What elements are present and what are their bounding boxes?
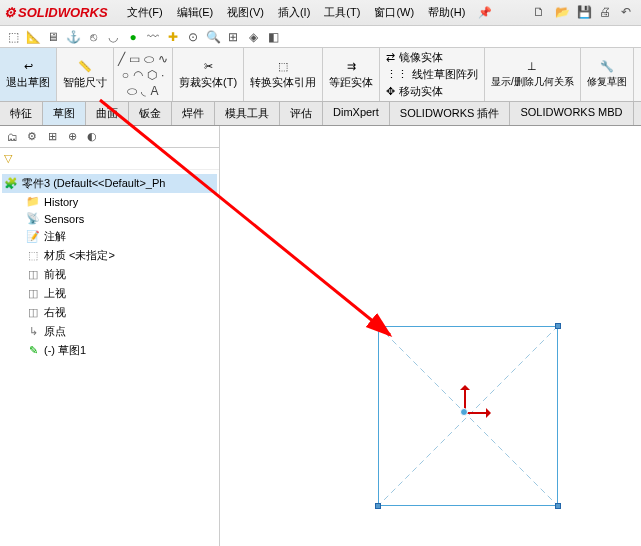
- display-delete-label: 显示/删除几何关系: [491, 75, 574, 89]
- ellipse-icon[interactable]: ⬭: [127, 84, 137, 98]
- undo-icon[interactable]: ↶: [621, 5, 637, 21]
- annotation-icon: 📝: [26, 230, 40, 243]
- tree-front[interactable]: ◫前视: [2, 265, 217, 284]
- menu-file[interactable]: 文件(F): [120, 5, 170, 20]
- repair-button[interactable]: 🔧 修复草图: [581, 48, 634, 101]
- menu-insert[interactable]: 插入(I): [271, 5, 317, 20]
- tool-icon[interactable]: 🖥: [46, 30, 60, 44]
- tool-icon[interactable]: ⚓: [66, 30, 80, 44]
- pin-icon[interactable]: 📌: [478, 6, 492, 19]
- menu-tools[interactable]: 工具(T): [317, 5, 367, 20]
- secondary-toolbar: ⬚ 📐 🖥 ⚓ ⎋ ◡ ● 〰 ✚ ⊙ 🔍 ⊞ ◈ ◧: [0, 26, 641, 48]
- sensor-icon: 📡: [26, 212, 40, 225]
- trim-button[interactable]: ✂ 剪裁实体(T): [173, 48, 244, 101]
- spline-icon[interactable]: ∿: [158, 52, 168, 66]
- corner-handle[interactable]: [375, 323, 381, 329]
- circle-icon[interactable]: ○: [122, 68, 129, 82]
- tool-icon[interactable]: ⊞: [226, 30, 240, 44]
- tree-annotations[interactable]: 📝注解: [2, 227, 217, 246]
- pattern-button[interactable]: ⋮⋮线性草图阵列: [386, 67, 478, 82]
- convert-button[interactable]: ⬚ 转换实体引用: [244, 48, 323, 101]
- tree-history[interactable]: 📁History: [2, 193, 217, 210]
- graphics-area[interactable]: [220, 126, 641, 546]
- menu-edit[interactable]: 编辑(E): [170, 5, 221, 20]
- tab-evaluate[interactable]: 评估: [280, 102, 323, 125]
- open-icon[interactable]: 📂: [555, 5, 571, 21]
- plane-icon: ◫: [26, 306, 40, 319]
- tree-root[interactable]: 🧩零件3 (Default<<Default>_Ph: [2, 174, 217, 193]
- display-delete-button[interactable]: ⊥ 显示/删除几何关系: [485, 48, 581, 101]
- tool-icon[interactable]: 📐: [26, 30, 40, 44]
- line-icon[interactable]: ╱: [118, 52, 125, 66]
- tab-surface[interactable]: 曲面: [86, 102, 129, 125]
- corner-handle[interactable]: [555, 323, 561, 329]
- tool-icon[interactable]: 〰: [146, 30, 160, 44]
- tab-mbd[interactable]: SOLIDWORKS MBD: [510, 102, 633, 125]
- fm-tab-icon[interactable]: ⊞: [44, 130, 60, 143]
- save-icon[interactable]: 💾: [577, 5, 593, 21]
- corner-handle[interactable]: [375, 503, 381, 509]
- new-icon[interactable]: 🗋: [533, 5, 549, 21]
- plane-icon: ◫: [26, 268, 40, 281]
- sketch-rectangle[interactable]: [378, 326, 558, 506]
- tree-right[interactable]: ◫右视: [2, 303, 217, 322]
- polygon-icon[interactable]: ⬡: [147, 68, 157, 82]
- tool-icon[interactable]: ✚: [166, 30, 180, 44]
- relation-icon: ⊥: [527, 60, 537, 73]
- quick-access-toolbar: 🗋 📂 💾 🖨 ↶: [533, 5, 637, 21]
- rect-icon[interactable]: ▭: [129, 52, 140, 66]
- pattern-icon: ⋮⋮: [386, 68, 408, 81]
- fm-tab-icon[interactable]: ⊕: [64, 130, 80, 143]
- mirror-icon: ⇄: [386, 51, 395, 64]
- fm-tab-icon[interactable]: 🗂: [4, 131, 20, 143]
- tree-sensors[interactable]: 📡Sensors: [2, 210, 217, 227]
- corner-handle[interactable]: [555, 503, 561, 509]
- content-area: 🗂 ⚙ ⊞ ⊕ ◐ ▽ 🧩零件3 (Default<<Default>_Ph 📁…: [0, 126, 641, 546]
- convert-icon: ⬚: [278, 60, 288, 73]
- tool-icon[interactable]: ⊙: [186, 30, 200, 44]
- menu-help[interactable]: 帮助(H): [421, 5, 472, 20]
- tab-sketch[interactable]: 草图: [43, 102, 86, 125]
- tab-feature[interactable]: 特征: [0, 102, 43, 125]
- mirror-button[interactable]: ⇄镜像实体: [386, 50, 443, 65]
- menu-view[interactable]: 视图(V): [220, 5, 271, 20]
- dimension-icon: 📏: [78, 60, 92, 73]
- tool-icon[interactable]: ⬚: [6, 30, 20, 44]
- point-icon[interactable]: ·: [161, 68, 164, 82]
- slot-icon[interactable]: ⬭: [144, 52, 154, 66]
- titlebar: SOLIDWORKS 文件(F) 编辑(E) 视图(V) 插入(I) 工具(T)…: [0, 0, 641, 26]
- text-icon[interactable]: A: [150, 84, 158, 98]
- tree-origin[interactable]: ↳原点: [2, 322, 217, 341]
- arc-icon[interactable]: ◠: [133, 68, 143, 82]
- smart-dim-label: 智能尺寸: [63, 75, 107, 90]
- smart-dimension-button[interactable]: 📏 智能尺寸: [57, 48, 114, 101]
- tool-icon[interactable]: ◈: [246, 30, 260, 44]
- tool-icon[interactable]: ⎋: [86, 30, 100, 44]
- feature-manager: 🗂 ⚙ ⊞ ⊕ ◐ ▽ 🧩零件3 (Default<<Default>_Ph 📁…: [0, 126, 220, 546]
- fm-tab-icon[interactable]: ◐: [84, 130, 100, 143]
- offset-icon: ⇉: [347, 60, 356, 73]
- modify-group: ⇄镜像实体 ⋮⋮线性草图阵列 ✥移动实体: [380, 48, 485, 101]
- offset-button[interactable]: ⇉ 等距实体: [323, 48, 380, 101]
- tree-sketch1[interactable]: ✎(-) 草图1: [2, 341, 217, 360]
- tab-plugins[interactable]: SOLIDWORKS 插件: [390, 102, 511, 125]
- fillet-icon[interactable]: ◟: [141, 84, 146, 98]
- tool-icon[interactable]: ●: [126, 30, 140, 44]
- tool-icon[interactable]: ◧: [266, 30, 280, 44]
- tool-icon[interactable]: 🔍: [206, 30, 220, 44]
- offset-label: 等距实体: [329, 75, 373, 90]
- tab-dimxpert[interactable]: DimXpert: [323, 102, 390, 125]
- tab-mold[interactable]: 模具工具: [215, 102, 280, 125]
- exit-sketch-button[interactable]: ↩ 退出草图: [0, 48, 57, 101]
- fm-tab-icon[interactable]: ⚙: [24, 130, 40, 143]
- filter-icon[interactable]: ▽: [4, 152, 12, 164]
- tree-top[interactable]: ◫上视: [2, 284, 217, 303]
- tree-material[interactable]: ⬚材质 <未指定>: [2, 246, 217, 265]
- tab-weld[interactable]: 焊件: [172, 102, 215, 125]
- tool-icon[interactable]: ◡: [106, 30, 120, 44]
- tab-sheet[interactable]: 钣金: [129, 102, 172, 125]
- menu-window[interactable]: 窗口(W): [367, 5, 421, 20]
- move-button[interactable]: ✥移动实体: [386, 84, 443, 99]
- origin-icon: ↳: [26, 325, 40, 338]
- print-icon[interactable]: 🖨: [599, 5, 615, 21]
